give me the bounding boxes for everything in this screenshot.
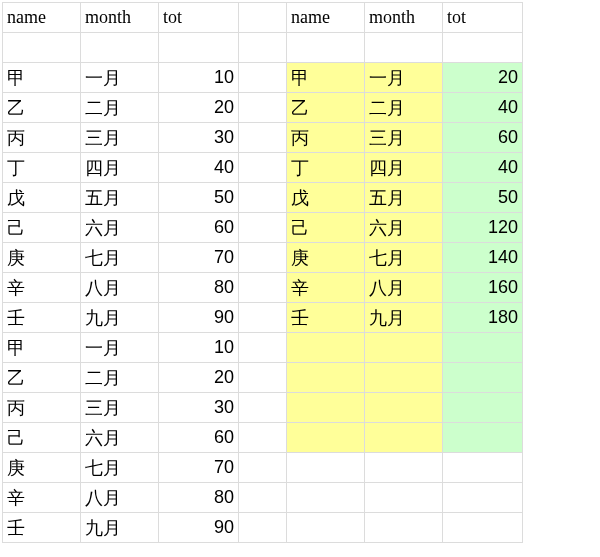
table-row: 庚七月70庚七月140: [3, 243, 523, 273]
gap-cell: [239, 213, 287, 243]
gap-cell: [239, 63, 287, 93]
right-tot-cell[interactable]: [443, 363, 523, 393]
right-tot-cell[interactable]: 60: [443, 123, 523, 153]
right-tot-cell[interactable]: 160: [443, 273, 523, 303]
left-tot-cell[interactable]: 20: [159, 363, 239, 393]
gap-cell: [239, 423, 287, 453]
left-header-name: name: [3, 3, 81, 33]
left-month-cell[interactable]: 七月: [81, 453, 159, 483]
left-name-cell[interactable]: 己: [3, 423, 81, 453]
left-name-cell[interactable]: 丙: [3, 393, 81, 423]
left-month-cell[interactable]: 三月: [81, 393, 159, 423]
right-header-tot: tot: [443, 3, 523, 33]
right-tot-cell[interactable]: 140: [443, 243, 523, 273]
right-month-cell[interactable]: 五月: [365, 183, 443, 213]
right-tot-cell[interactable]: [443, 393, 523, 423]
left-name-cell[interactable]: 乙: [3, 363, 81, 393]
left-name-cell[interactable]: 辛: [3, 273, 81, 303]
right-name-cell[interactable]: 辛: [287, 273, 365, 303]
right-tot-cell[interactable]: 40: [443, 93, 523, 123]
left-tot-cell[interactable]: 20: [159, 93, 239, 123]
left-name-cell[interactable]: 庚: [3, 453, 81, 483]
left-month-cell[interactable]: 二月: [81, 363, 159, 393]
left-month-cell[interactable]: 六月: [81, 423, 159, 453]
right-name-cell[interactable]: 丙: [287, 123, 365, 153]
right-month-cell[interactable]: [365, 333, 443, 363]
left-name-cell[interactable]: 甲: [3, 333, 81, 363]
left-name-cell[interactable]: 戊: [3, 183, 81, 213]
right-month-cell[interactable]: 六月: [365, 213, 443, 243]
right-month-cell[interactable]: 三月: [365, 123, 443, 153]
left-name-cell[interactable]: 丁: [3, 153, 81, 183]
left-tot-cell[interactable]: 10: [159, 333, 239, 363]
left-name-cell[interactable]: 辛: [3, 483, 81, 513]
right-name-cell[interactable]: [287, 393, 365, 423]
left-month-cell[interactable]: 二月: [81, 93, 159, 123]
left-month-cell[interactable]: 九月: [81, 513, 159, 543]
right-tot-cell[interactable]: 50: [443, 183, 523, 213]
left-month-cell[interactable]: 八月: [81, 273, 159, 303]
left-name-cell[interactable]: 庚: [3, 243, 81, 273]
left-tot-cell[interactable]: 30: [159, 393, 239, 423]
right-month-cell[interactable]: 七月: [365, 243, 443, 273]
left-month-cell[interactable]: 八月: [81, 483, 159, 513]
right-month-cell[interactable]: 八月: [365, 273, 443, 303]
right-tot-cell[interactable]: 40: [443, 153, 523, 183]
empty-cell: [365, 483, 443, 513]
right-month-cell[interactable]: [365, 423, 443, 453]
left-month-cell[interactable]: 五月: [81, 183, 159, 213]
left-tot-cell[interactable]: 70: [159, 243, 239, 273]
left-header-month: month: [81, 3, 159, 33]
left-tot-cell[interactable]: 80: [159, 273, 239, 303]
left-tot-cell[interactable]: 90: [159, 303, 239, 333]
left-month-cell[interactable]: 一月: [81, 63, 159, 93]
right-month-cell[interactable]: [365, 363, 443, 393]
left-tot-cell[interactable]: 70: [159, 453, 239, 483]
right-name-cell[interactable]: 甲: [287, 63, 365, 93]
right-tot-cell[interactable]: [443, 423, 523, 453]
gap-cell: [239, 393, 287, 423]
right-name-cell[interactable]: 乙: [287, 93, 365, 123]
right-month-cell[interactable]: [365, 393, 443, 423]
right-month-cell[interactable]: 九月: [365, 303, 443, 333]
left-name-cell[interactable]: 丙: [3, 123, 81, 153]
right-header-month: month: [365, 3, 443, 33]
left-month-cell[interactable]: 三月: [81, 123, 159, 153]
left-tot-cell[interactable]: 50: [159, 183, 239, 213]
left-name-cell[interactable]: 壬: [3, 303, 81, 333]
right-name-cell[interactable]: [287, 363, 365, 393]
right-month-cell[interactable]: 一月: [365, 63, 443, 93]
right-name-cell[interactable]: 戊: [287, 183, 365, 213]
left-name-cell[interactable]: 壬: [3, 513, 81, 543]
left-name-cell[interactable]: 乙: [3, 93, 81, 123]
left-month-cell[interactable]: 一月: [81, 333, 159, 363]
left-tot-cell[interactable]: 60: [159, 423, 239, 453]
right-name-cell[interactable]: [287, 333, 365, 363]
left-tot-cell[interactable]: 90: [159, 513, 239, 543]
right-tot-cell[interactable]: [443, 333, 523, 363]
left-name-cell[interactable]: 甲: [3, 63, 81, 93]
right-month-cell[interactable]: 二月: [365, 93, 443, 123]
left-tot-cell[interactable]: 80: [159, 483, 239, 513]
left-tot-cell[interactable]: 10: [159, 63, 239, 93]
right-name-cell[interactable]: 壬: [287, 303, 365, 333]
right-month-cell[interactable]: 四月: [365, 153, 443, 183]
left-month-cell[interactable]: 四月: [81, 153, 159, 183]
right-tot-cell[interactable]: 120: [443, 213, 523, 243]
gap-cell: [239, 453, 287, 483]
empty-cell: [443, 483, 523, 513]
left-month-cell[interactable]: 六月: [81, 213, 159, 243]
gap-cell: [239, 3, 287, 33]
left-month-cell[interactable]: 九月: [81, 303, 159, 333]
right-name-cell[interactable]: 己: [287, 213, 365, 243]
left-month-cell[interactable]: 七月: [81, 243, 159, 273]
right-name-cell[interactable]: [287, 423, 365, 453]
left-tot-cell[interactable]: 30: [159, 123, 239, 153]
left-tot-cell[interactable]: 40: [159, 153, 239, 183]
left-name-cell[interactable]: 己: [3, 213, 81, 243]
right-name-cell[interactable]: 丁: [287, 153, 365, 183]
right-tot-cell[interactable]: 180: [443, 303, 523, 333]
left-tot-cell[interactable]: 60: [159, 213, 239, 243]
right-tot-cell[interactable]: 20: [443, 63, 523, 93]
right-name-cell[interactable]: 庚: [287, 243, 365, 273]
